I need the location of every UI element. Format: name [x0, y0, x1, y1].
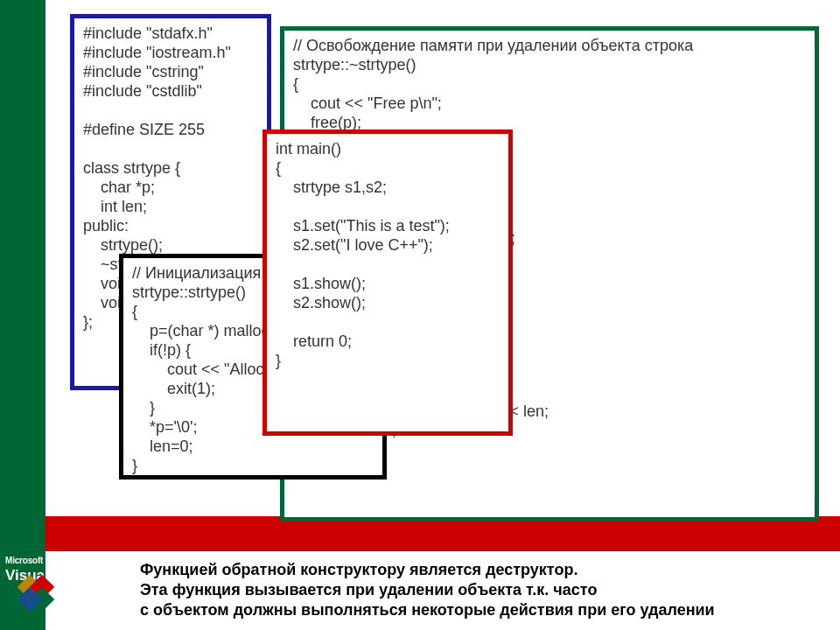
caption-line-1: Функцией обратной конструктору является …: [140, 560, 831, 580]
caption-line-2: Эта функция вызывается при удалении объе…: [140, 580, 831, 600]
logo-product: Visual Studio: [5, 567, 99, 584]
caption-line-3: с объектом должны выполняться некоторые …: [140, 600, 831, 620]
left-green-bar: [0, 0, 46, 630]
visual-studio-logo: Microsoft Visual Studio: [5, 551, 110, 584]
logo-brand: Microsoft: [5, 556, 43, 565]
code-box-main: int main() { strtype s1,s2; s1.set("This…: [262, 130, 513, 436]
red-horizontal-bar: [46, 516, 840, 551]
slide-caption: Функцией обратной конструктору является …: [140, 560, 831, 620]
